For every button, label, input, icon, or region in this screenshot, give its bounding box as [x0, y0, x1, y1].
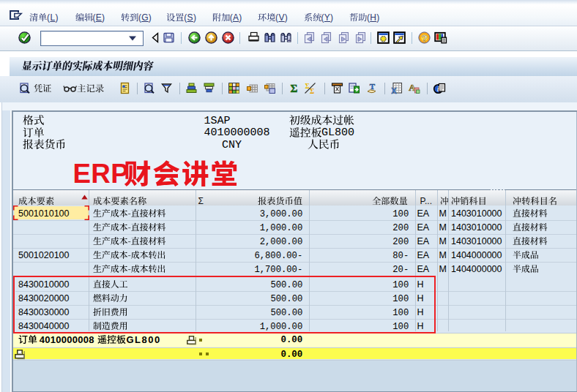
- svg-text:Σ: Σ: [305, 83, 309, 90]
- svg-text:Σ: Σ: [310, 88, 314, 95]
- svg-text:T: T: [370, 82, 376, 91]
- svg-text:i: i: [437, 86, 439, 93]
- svg-text:?: ?: [422, 33, 428, 44]
- svg-text:Σ: Σ: [291, 83, 298, 94]
- svg-text:X: X: [391, 86, 397, 95]
